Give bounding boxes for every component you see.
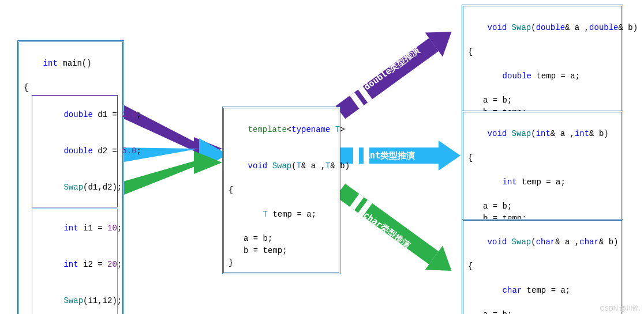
tpl-open: {	[229, 184, 334, 196]
d2-num: 5.0	[117, 146, 137, 156]
d1-semi: ;	[136, 110, 141, 119]
arrow-int-right	[340, 141, 460, 171]
i1-line: int i1 = 10;	[35, 210, 115, 247]
svg-marker-17	[425, 246, 460, 283]
dbl-b1-ty: double	[503, 71, 531, 81]
kw-typename: typename	[291, 125, 335, 134]
int-ty2: int	[575, 129, 589, 138]
kw-template: template	[248, 125, 287, 134]
chr-sig: void Swap(char& a ,char& b)	[468, 224, 617, 260]
d1-ident: d1	[93, 110, 113, 119]
dbl-void: void	[488, 23, 507, 32]
d1-eq: =	[112, 110, 117, 119]
chr-b2: a = b;	[468, 309, 617, 314]
tpl-gt: >	[340, 125, 345, 134]
main-code-box: int main() { double d1 = 2.0; double d2 …	[17, 40, 124, 314]
tpl-body3: b = temp;	[229, 245, 334, 257]
tpl-T2: T	[297, 161, 301, 171]
svg-marker-13	[439, 141, 460, 171]
arrow-label-int-text: int类型推演	[365, 150, 415, 161]
int-ty1: int	[536, 129, 551, 138]
int-void: void	[488, 129, 507, 138]
chr-b1-rest: temp = a;	[522, 286, 570, 295]
chr-b1: char temp = a;	[468, 273, 617, 309]
kw-double: double	[63, 110, 92, 119]
dbl-b1-rest: temp = a;	[531, 71, 580, 81]
dbl-amp1: & a ,	[565, 23, 589, 32]
svg-rect-6	[336, 38, 439, 119]
tpl-body1: T temp = a;	[229, 196, 334, 233]
i2-num: 20	[103, 260, 117, 269]
kw-double2: double	[63, 146, 92, 156]
arrow-label-double-text: double类型推演	[362, 45, 421, 92]
dbl-ty1: double	[536, 23, 565, 32]
kw-int: int	[43, 59, 58, 68]
chr-fn: Swap	[507, 237, 531, 247]
tpl-lp: (	[291, 161, 296, 171]
type-T: T	[335, 125, 340, 134]
arrow-label-char: char类型推演	[361, 210, 413, 251]
i1-ident: i1	[78, 224, 98, 233]
svg-rect-8	[358, 86, 373, 103]
chr-ty1: char	[536, 237, 556, 247]
int-b2: a = b;	[468, 200, 617, 213]
svg-rect-14	[336, 184, 439, 264]
tpl-decl: template<typename T>	[229, 112, 334, 148]
tpl-body1-rest: temp = a;	[268, 210, 316, 219]
tpl-body2: a = b;	[229, 233, 334, 245]
svg-rect-12	[364, 147, 369, 164]
d2-line: double d2 = 5.0;	[35, 133, 115, 169]
arrow-char-left	[121, 151, 222, 196]
int-open: {	[468, 152, 617, 164]
arrow-label-double: double类型推演	[362, 45, 422, 92]
watermark: CSDN @川辞.	[600, 304, 641, 313]
tpl-close: }	[229, 257, 334, 269]
i2-semi: ;	[117, 260, 122, 269]
tpl-sig: void Swap(T& a ,T& b)	[229, 148, 334, 184]
d1-num: 2.0	[117, 110, 137, 119]
tpl-b: & b)	[330, 161, 350, 171]
i2-ident: i2	[78, 260, 98, 269]
arrow-label-char-text: char类型推演	[361, 210, 412, 251]
arrow-char-right	[332, 178, 460, 283]
swap-i-line: Swap(i1,i2);	[35, 283, 115, 314]
dbl-sig: void Swap(double& a ,double& b)	[468, 10, 617, 46]
kw-int2: int	[63, 260, 78, 269]
int-b1-ty: int	[503, 177, 517, 187]
chr-amp1: & a ,	[555, 237, 579, 247]
chr-lp: (	[531, 237, 536, 247]
d2-ident: d2	[93, 146, 113, 156]
dbl-open: {	[468, 46, 617, 58]
tpl-swap: Swap	[272, 161, 292, 171]
int-amp1: & a ,	[551, 129, 575, 138]
tpl-a: & a ,	[301, 161, 325, 171]
main-name: main()	[58, 59, 92, 68]
int-b1: int temp = a;	[468, 164, 617, 200]
svg-rect-10	[340, 147, 439, 164]
char-code-box: void Swap(char& a ,char& b) { char temp …	[462, 219, 623, 314]
dbl-b2: a = b;	[468, 94, 617, 107]
swap-i-args: (i1,i2);	[83, 296, 122, 305]
chr-amp2: & b)	[599, 237, 619, 247]
dbl-lp: (	[531, 23, 536, 32]
svg-marker-9	[425, 20, 460, 56]
kw-int1: int	[63, 224, 78, 233]
i2-eq: =	[98, 260, 102, 269]
dbl-amp2: & b)	[619, 23, 638, 32]
tpl-lt: <	[287, 125, 291, 134]
template-code-box: template<typename T> void Swap(T& a ,T& …	[222, 107, 340, 274]
d2-semi: ;	[136, 146, 141, 156]
d2-eq: =	[112, 146, 117, 156]
svg-rect-15	[350, 194, 364, 210]
dbl-b1: double temp = a;	[468, 58, 617, 94]
i1-semi: ;	[117, 224, 122, 233]
i1-num: 10	[103, 224, 117, 233]
main-sig: int main()	[24, 46, 118, 82]
chr-void: void	[488, 237, 507, 247]
tpl-body-T: T	[263, 210, 268, 219]
group-int: int i1 = 10; int i2 = 20; Swap(i1,i2);	[32, 209, 118, 314]
arrow-double-right	[332, 20, 460, 124]
main-open-brace: {	[24, 82, 118, 94]
svg-marker-4	[121, 161, 214, 196]
swap-d: Swap	[63, 183, 83, 192]
